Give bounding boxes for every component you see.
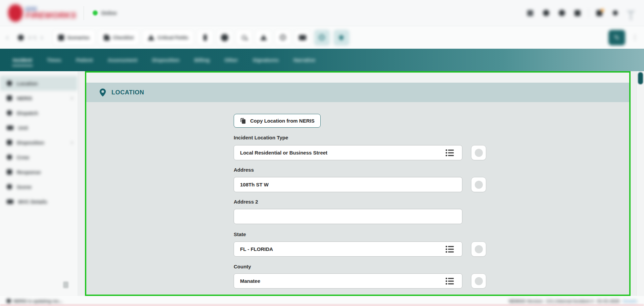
vertical-scrollbar[interactable] (636, 71, 644, 296)
notification-badge (601, 9, 604, 12)
unit-icon (7, 126, 13, 130)
header-divider (84, 6, 84, 20)
scene-icon (7, 184, 12, 189)
dispatch-icon (7, 110, 12, 116)
status-info-icon (7, 299, 11, 303)
edit-record-button[interactable]: ✎ (608, 30, 625, 45)
filter-icon[interactable] (626, 8, 636, 18)
content-area: Location NERIS › Dispatch Unit Dis (0, 71, 644, 296)
incident-location-type-status-button[interactable] (471, 145, 486, 160)
status-circle-icon (475, 277, 483, 285)
sidebar-item-unit[interactable]: Unit (0, 120, 78, 135)
sidebar-item-neris[interactable]: NERIS › (0, 91, 78, 105)
tab-incident[interactable]: Incident (12, 50, 33, 70)
tab-signatures[interactable]: Signatures (252, 50, 280, 70)
helmet-button[interactable] (217, 30, 232, 45)
next-record-icon[interactable]: › (41, 34, 43, 41)
sidebar-item-dispatch[interactable]: Dispatch (0, 105, 78, 120)
scenarios-icon (58, 35, 64, 41)
scenarios-button[interactable]: Scenarios (53, 30, 95, 45)
status-link[interactable]: Details (623, 299, 637, 304)
pencil-icon: ✎ (614, 34, 620, 42)
online-status-dot (93, 10, 98, 15)
location-pin-icon (99, 88, 106, 97)
patient-icon (260, 35, 267, 40)
account-icon[interactable] (610, 8, 620, 18)
address-input[interactable] (234, 177, 462, 192)
sidebar-item-scene[interactable]: Scene (0, 179, 78, 194)
neris-icon (7, 95, 12, 101)
state-status-button[interactable] (471, 242, 486, 257)
sidebar-item-mvc-details[interactable]: MVC Details (0, 194, 78, 209)
address-2-label: Address 2 (234, 199, 258, 205)
copy-icon (240, 118, 246, 124)
settings-icon[interactable] (572, 8, 583, 18)
location-pin-icon (7, 81, 12, 86)
media-icon (299, 35, 306, 40)
sync-icon (280, 35, 286, 40)
address-2-input[interactable] (234, 209, 462, 224)
overflow-menu-icon[interactable]: ⋮ (632, 37, 638, 38)
contacts-icon[interactable] (541, 8, 551, 18)
sidebar-item-location[interactable]: Location (0, 76, 78, 91)
state-label: State (234, 231, 246, 237)
incident-location-type-select[interactable] (234, 145, 462, 160)
media-button[interactable] (295, 30, 310, 45)
state-select[interactable] (234, 242, 462, 257)
apps-grid-icon[interactable] (525, 8, 535, 18)
validation-circle-icon (319, 35, 325, 40)
online-status-label: Online (101, 10, 117, 16)
header-icon-divider (588, 8, 589, 18)
tab-billing[interactable]: Billing (194, 50, 211, 70)
crew-member-icon (18, 35, 24, 41)
top-header-bar: EPR FIREWORKS Online (0, 0, 644, 26)
copy-location-from-neris-button[interactable]: Copy Location from NERIS (234, 114, 321, 128)
app-window: EPR FIREWORKS Online ‹ (0, 0, 644, 306)
panel-top-strip (86, 73, 629, 83)
incident-location-type-label: Incident Location Type (234, 135, 288, 140)
app-logo: EPR FIREWORKS (8, 4, 76, 22)
search-button[interactable] (236, 30, 252, 45)
sync-button[interactable] (275, 30, 291, 45)
location-section-header: LOCATION (86, 83, 629, 102)
status-right-text: NEMSIS Version : 3.5 | Internal Incident… (509, 299, 619, 304)
help-icon[interactable] (557, 8, 567, 18)
county-select[interactable] (234, 273, 462, 289)
notifications-icon[interactable] (594, 8, 604, 18)
tab-assessment[interactable]: Assessment (107, 50, 138, 70)
status-bar: NERIS is updating rec... NEMSIS Version … (0, 296, 644, 306)
scrollbar-thumb[interactable] (638, 72, 643, 84)
module-tab-bar: Incident Times Patient Assessment Dispos… (0, 49, 644, 71)
tab-narrative[interactable]: Narrative (293, 50, 316, 70)
patient-button[interactable] (256, 30, 271, 45)
previous-record-icon[interactable]: ‹ (6, 34, 8, 41)
critical-fields-button[interactable]: Critical Fields (143, 30, 193, 45)
sidebar-item-response[interactable]: Response (0, 165, 78, 179)
county-status-button[interactable] (471, 273, 486, 289)
tab-times[interactable]: Times (46, 50, 62, 70)
sidebar-item-crew[interactable]: Crew (0, 150, 78, 165)
attachment-button[interactable] (197, 30, 213, 45)
sidebar-item-disposition[interactable]: Disposition › (0, 135, 78, 150)
checklist-icon (104, 35, 110, 41)
crew-icon (7, 155, 12, 160)
map-pin-button[interactable] (334, 30, 349, 45)
logo-flame-icon (8, 4, 23, 22)
record-counter: 1 / 1 (28, 35, 36, 40)
tab-other[interactable]: Other (224, 50, 239, 70)
connection-status: Online (93, 10, 117, 16)
checklist-button[interactable]: Checklist (99, 30, 139, 45)
tab-patient[interactable]: Patient (76, 50, 94, 70)
attachment-icon (203, 34, 207, 41)
status-circle-icon (475, 181, 483, 189)
address-status-button[interactable] (471, 177, 486, 192)
record-toolbar: ‹ 1 / 1 › Scenarios Checklist Critical F… (0, 26, 644, 49)
location-form: Copy Location from NERIS Incident Locati… (86, 102, 629, 295)
mvc-details-icon (7, 200, 13, 204)
logo-line2: FIREWORKS (26, 11, 76, 19)
sidebar-resize-handle[interactable] (63, 281, 68, 288)
validation-status-button[interactable] (314, 30, 330, 45)
search-icon (242, 35, 246, 40)
tab-disposition[interactable]: Disposition (151, 50, 180, 70)
response-icon (7, 169, 12, 175)
